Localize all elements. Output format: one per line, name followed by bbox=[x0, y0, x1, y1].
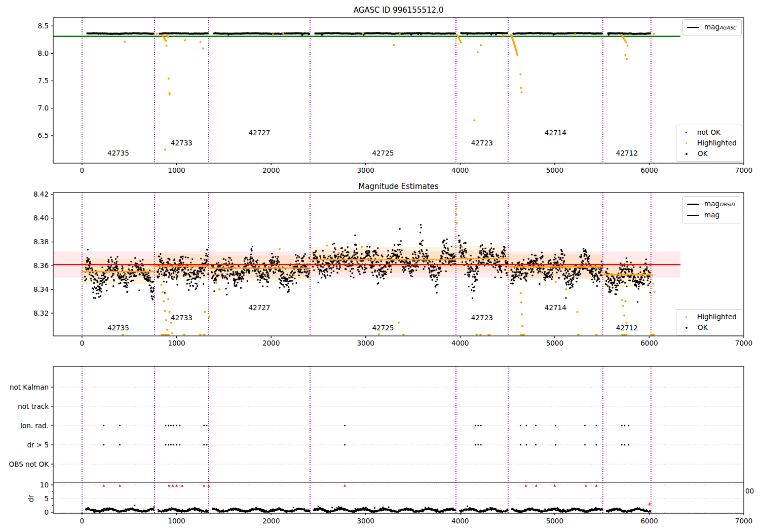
obsid-label: 42723 bbox=[471, 314, 493, 322]
highlighted-label: Highlighted bbox=[697, 312, 737, 322]
obsid-label: 42727 bbox=[248, 129, 270, 137]
x-tick-label: 7000 bbox=[735, 339, 752, 347]
obsid-label: 42712 bbox=[616, 149, 638, 157]
dr-red-single-marker bbox=[344, 484, 346, 487]
dr-red-single-marker bbox=[524, 484, 527, 487]
dr-red-single-marker bbox=[585, 484, 587, 487]
dr-tick-label: 0 bbox=[44, 508, 49, 516]
bottom-plot-frame bbox=[53, 366, 744, 513]
obsid-label: 42725 bbox=[372, 324, 394, 332]
y-tick-label: 8.5 bbox=[38, 22, 49, 30]
y-tick-label: 8.34 bbox=[33, 285, 49, 293]
category-label: dr > 5 bbox=[27, 441, 49, 449]
middle-plot-title: Magnitude Estimates bbox=[53, 182, 744, 191]
category-label: OBS not OK bbox=[9, 460, 50, 468]
mag-agasc-label: magAGASC bbox=[704, 22, 736, 33]
not-ok-marker-icon bbox=[686, 132, 687, 133]
legend-row-highlighted-mid: Highlighted bbox=[680, 312, 737, 322]
mag-obsid-label: magOBSID bbox=[704, 199, 735, 210]
not-kalman-points bbox=[83, 387, 610, 388]
mag-label: mag bbox=[704, 210, 719, 221]
y-tick-label: 8.42 bbox=[33, 190, 49, 198]
dr-red-single-marker bbox=[553, 484, 556, 487]
top-ok-points bbox=[87, 33, 650, 35]
legend-row-not-ok: not OK bbox=[680, 127, 737, 138]
x-tick-label: 4000 bbox=[451, 166, 469, 174]
top-plot-line-legend: magAGASC bbox=[682, 19, 742, 35]
ok-label: OK bbox=[698, 322, 707, 333]
x-tick-label: 5000 bbox=[546, 517, 563, 525]
x-tick-label: 1000 bbox=[168, 166, 185, 174]
x-tick-label: 1000 bbox=[168, 517, 185, 525]
legend-row-ok-mid: OK bbox=[680, 322, 737, 333]
category-label: not Kalman bbox=[10, 383, 49, 391]
dr-red-single-marker bbox=[535, 484, 538, 487]
obsid-label: 42712 bbox=[616, 324, 638, 332]
x-tick-label: 3000 bbox=[357, 517, 374, 525]
x-tick-label: 4000 bbox=[451, 517, 469, 525]
y-tick-label: 8.38 bbox=[33, 238, 49, 246]
clipped-tick-label: 00 bbox=[745, 487, 754, 495]
y-tick-label: 6.5 bbox=[38, 131, 49, 139]
highlighted-marker-icon bbox=[686, 142, 687, 144]
x-tick-label: 3000 bbox=[357, 166, 374, 174]
middle-plot-marker-legend: Highlighted OK bbox=[676, 309, 742, 335]
highlighted-marker-icon bbox=[686, 316, 687, 318]
x-tick-label: 7000 bbox=[735, 517, 752, 525]
x-tick-label: 3000 bbox=[357, 339, 374, 347]
dr-tick-label: 5 bbox=[44, 495, 49, 503]
figure: 6.57.07.58.08.50100020003000400050006000… bbox=[0, 0, 760, 532]
x-tick-label: 2000 bbox=[262, 166, 280, 174]
mag-agasc-line-swatch bbox=[687, 27, 699, 28]
obsid-label: 42723 bbox=[471, 139, 493, 147]
chart-canvas: 6.57.07.58.08.50100020003000400050006000… bbox=[0, 0, 760, 532]
top-plot-frame bbox=[53, 18, 744, 163]
obsid-label: 42714 bbox=[545, 303, 566, 312]
ok-marker-icon bbox=[686, 153, 688, 155]
obsid-label: 42727 bbox=[248, 303, 270, 312]
middle-plot-line-legend: magOBSID mag bbox=[682, 196, 740, 223]
x-tick-label: 5000 bbox=[546, 166, 563, 174]
dr-red-outlier-marker bbox=[648, 503, 651, 506]
obsid-label: 42735 bbox=[107, 324, 129, 332]
obsid-label: 42735 bbox=[107, 149, 129, 157]
x-tick-label: 6000 bbox=[640, 166, 658, 174]
x-tick-label: 5000 bbox=[546, 339, 563, 347]
x-tick-label: 0 bbox=[80, 517, 85, 525]
top-plot-title: AGASC ID 996155512.0 bbox=[53, 6, 744, 15]
x-tick-label: 0 bbox=[80, 339, 85, 347]
dr-tick-label: 10 bbox=[40, 481, 49, 489]
mag-line-swatch bbox=[687, 215, 699, 216]
dr-ok-points bbox=[86, 506, 650, 512]
legend-row-mag-obsid: magOBSID bbox=[687, 199, 735, 210]
y-tick-label: 8.40 bbox=[33, 214, 49, 222]
y-tick-label: 8.32 bbox=[33, 309, 49, 317]
legend-row-ok: OK bbox=[680, 148, 737, 159]
legend-row-mag: mag bbox=[687, 210, 735, 221]
x-tick-label: 7000 bbox=[735, 166, 752, 174]
dr-red-single-marker bbox=[207, 484, 210, 487]
legend-row-highlighted: Highlighted bbox=[680, 138, 737, 148]
category-label: Ion. rad. bbox=[20, 422, 49, 430]
obsid-label: 42725 bbox=[372, 149, 394, 157]
ok-label: OK bbox=[698, 148, 707, 159]
obsid-label: 42733 bbox=[171, 139, 193, 147]
highlighted-label: Highlighted bbox=[697, 138, 737, 148]
category-label: not track bbox=[18, 402, 49, 410]
obsid-label: 42714 bbox=[545, 129, 566, 137]
top-plot-marker-legend: not OK Highlighted OK bbox=[676, 125, 742, 162]
x-tick-label: 4000 bbox=[451, 339, 469, 347]
x-tick-label: 2000 bbox=[262, 339, 280, 347]
dr-red-single-marker bbox=[168, 484, 170, 487]
obsid-label: 42733 bbox=[171, 314, 193, 322]
x-tick-label: 6000 bbox=[640, 517, 658, 525]
x-tick-label: 6000 bbox=[640, 339, 658, 347]
x-tick-label: 1000 bbox=[168, 339, 185, 347]
mag-obsid-line-swatch bbox=[687, 204, 699, 205]
y-tick-label: 7.0 bbox=[38, 104, 49, 112]
y-tick-label: 8.0 bbox=[38, 49, 49, 57]
dr-clipped-red-points bbox=[82, 485, 629, 486]
x-tick-label: 2000 bbox=[262, 517, 280, 525]
top-highlighted-points bbox=[125, 33, 654, 149]
x-tick-label: 0 bbox=[80, 166, 85, 174]
